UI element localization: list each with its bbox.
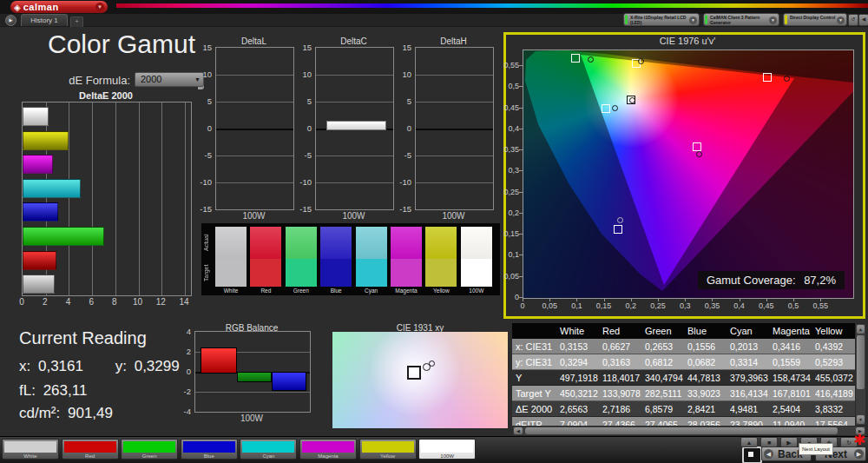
measurement-table: WhiteRedGreenBlueCyanMagentaYellowx: CIE… bbox=[512, 323, 855, 427]
collapse-icon[interactable]: ◀ bbox=[858, 14, 868, 26]
delta_c-ytick: 5 bbox=[289, 96, 312, 106]
cell: 33,9023 bbox=[687, 386, 727, 401]
add-tab-button[interactable]: + bbox=[70, 17, 83, 27]
cie-xtick: 0,4 bbox=[727, 301, 752, 310]
chevron-right-icon: ▶ bbox=[854, 449, 864, 459]
delta_h-xlabel: 100W bbox=[415, 211, 492, 221]
deltae-xtick: 6 bbox=[82, 297, 100, 307]
rgb-bar-blue bbox=[272, 372, 306, 391]
cie-target-blue bbox=[614, 225, 622, 234]
swatch-column-label: Green bbox=[282, 288, 320, 294]
rgb-gridline bbox=[195, 392, 310, 393]
delta_l-ytick: 5 bbox=[189, 96, 212, 106]
cell: 0,5293 bbox=[815, 354, 854, 370]
delta_h-title: DeltaH bbox=[402, 36, 505, 46]
cie-ytick: 0,35 bbox=[495, 145, 519, 154]
cell: 158,4734 bbox=[773, 370, 812, 386]
swatch-color bbox=[302, 441, 354, 453]
cie-xtick: 0,45 bbox=[754, 301, 779, 310]
cie-ytick: 0,55 bbox=[495, 61, 519, 69]
cie-xtickmark bbox=[740, 298, 740, 301]
cell: 379,3963 bbox=[730, 370, 769, 386]
device-dropdown-2[interactable]: Direct Display Control▼ bbox=[783, 13, 847, 26]
cie-ytickmark bbox=[519, 170, 523, 171]
logo-menu-chevron-icon[interactable]: ▼ bbox=[95, 3, 104, 11]
deltae-xtick: 8 bbox=[106, 297, 123, 307]
cd-value: 901,49 bbox=[68, 405, 113, 421]
delta_c-gridline bbox=[316, 155, 393, 156]
device-accent-bar bbox=[625, 15, 628, 24]
hscroll-thumb[interactable] bbox=[525, 427, 838, 434]
swatch-label: Magenta bbox=[300, 453, 356, 459]
eject-icon[interactable]: ▲ bbox=[740, 437, 758, 447]
device-accent-bar bbox=[785, 15, 787, 24]
cie-xtick: 0,35 bbox=[700, 301, 724, 310]
swatch-label: Yellow bbox=[360, 453, 416, 459]
fl-label: fL: bbox=[19, 382, 36, 399]
delta_c-ytick: -10 bbox=[289, 177, 312, 187]
delta_h-gridline bbox=[416, 182, 493, 183]
device-dropdown-0[interactable]: X-Rite i1Display Retail LCD (LED)▼ bbox=[623, 13, 700, 26]
cell: 455,0372 bbox=[815, 370, 854, 386]
deltae-xtick: 2 bbox=[36, 297, 54, 307]
cell: 0,0682 bbox=[687, 354, 727, 370]
table-row-3: Y497,1918118,4017340,479444,7813379,3963… bbox=[512, 370, 855, 386]
tab-history-1[interactable]: History 1 bbox=[21, 14, 68, 26]
table-horizontal-scrollbar[interactable]: ◀ ▶ bbox=[512, 426, 866, 436]
vscroll-thumb[interactable] bbox=[857, 335, 865, 389]
rgb-ytick: 0 bbox=[170, 367, 191, 376]
pattern-swatch-red[interactable]: Red bbox=[62, 439, 119, 460]
swatch-target-100w bbox=[461, 259, 492, 287]
delta_c-xlabel: 100W bbox=[315, 211, 392, 221]
deltae-gridline bbox=[139, 103, 140, 295]
pattern-swatch-yellow[interactable]: Yellow bbox=[359, 439, 417, 460]
stop-icon[interactable]: ■ bbox=[760, 437, 778, 447]
cie-xtick: 0,55 bbox=[808, 301, 832, 310]
calman-logo[interactable]: ◈ calman ▼ bbox=[10, 1, 108, 13]
table-row-1: x: CIE310,31530,66270,26530,15560,20130,… bbox=[512, 339, 855, 354]
x-label: x: bbox=[19, 358, 30, 374]
swatch-target-yellow bbox=[425, 259, 457, 287]
settings-icon[interactable]: ↺ bbox=[848, 14, 858, 26]
swatch-column-label: Yellow bbox=[422, 288, 460, 294]
measuring-asterisk-icon: ✱ bbox=[853, 431, 865, 449]
deltae-bar-red bbox=[23, 251, 56, 270]
play-icon[interactable]: ▶ bbox=[780, 437, 798, 447]
cell: 0,3294 bbox=[560, 354, 599, 370]
delta_l-gridline bbox=[216, 155, 293, 156]
cell: 4,9481 bbox=[730, 401, 769, 417]
cie-actual-yellow bbox=[638, 58, 644, 64]
cie-xtick: 0,25 bbox=[646, 301, 670, 310]
device-dropdown-1[interactable]: CalMAN Client 3 Pattern Generator▼ bbox=[703, 13, 779, 26]
cie-actual-cyan bbox=[612, 105, 618, 111]
session-expander-button[interactable]: ▶ bbox=[5, 15, 16, 26]
pattern-swatch-green[interactable]: Green bbox=[121, 439, 178, 460]
delta_c-ytick: -5 bbox=[289, 150, 312, 160]
delta_h-ytick: -10 bbox=[389, 177, 411, 187]
scroll-down-icon[interactable]: ▼ bbox=[857, 415, 865, 424]
current-reading-xy: x: 0,3161 y: 0,3299 bbox=[19, 358, 180, 375]
delta_c-ytick: 10 bbox=[289, 69, 312, 79]
delta_c-plot bbox=[315, 47, 394, 210]
row-label: x: CIE31 bbox=[516, 339, 557, 354]
cell: 0,3416 bbox=[773, 339, 812, 354]
swatch-target-cyan bbox=[356, 259, 387, 287]
table-vertical-scrollbar[interactable]: ▲ ▼ bbox=[855, 323, 866, 426]
cie-xtick: 0,15 bbox=[592, 301, 616, 310]
pattern-swatch-white[interactable]: White bbox=[2, 439, 59, 460]
scroll-up-icon[interactable]: ▲ bbox=[857, 325, 865, 334]
current-reading-cd: cd/m²: 901,49 bbox=[19, 405, 113, 422]
pattern-swatch-blue[interactable]: Blue bbox=[181, 439, 238, 460]
gamut-coverage-badge: Gamut Coverage: 87,2% bbox=[698, 271, 845, 289]
pattern-swatch-cyan[interactable]: Cyan bbox=[240, 439, 297, 460]
cie-xtickmark bbox=[820, 298, 821, 301]
cell: 316,4134 bbox=[730, 386, 769, 401]
pattern-swatch-magenta[interactable]: Magenta bbox=[299, 439, 357, 460]
cie-actual-green bbox=[588, 56, 594, 63]
rgb-ytick: 4 bbox=[170, 327, 191, 336]
stop-measure-button[interactable] bbox=[742, 446, 762, 463]
pattern-swatch-100w[interactable]: 100W bbox=[418, 439, 476, 460]
calman-logo-text: calman bbox=[23, 2, 59, 12]
scroll-left-icon[interactable]: ◀ bbox=[514, 427, 523, 434]
cie-hgrid bbox=[523, 298, 853, 299]
